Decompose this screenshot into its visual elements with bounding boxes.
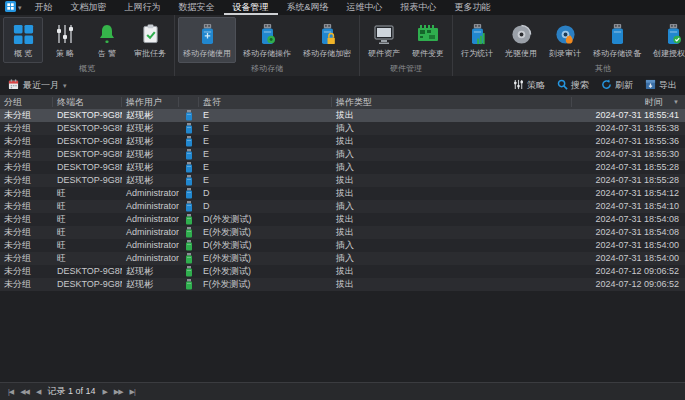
cell-time: 2024-07-31 18:55:41 [572,109,685,122]
pager-last-button[interactable]: ▶| [130,388,135,396]
cell-action: 插入 [332,200,572,213]
cell-terminal: 旺 [53,226,122,239]
menu-item-7[interactable]: 报表中心 [392,0,446,15]
cell-group: 未分组 [0,200,53,213]
menu-item-3[interactable]: 数据安全 [170,0,224,15]
cell-user: 赵现彬 [122,135,179,148]
table-row[interactable]: 未分组旺AdministratorD插入2024-07-31 18:54:10 [0,200,685,213]
pager-first-button[interactable]: |◀ [8,388,13,396]
pager-next-fast-button[interactable]: ▶▶ [114,388,123,396]
device-management-console: ▾ 开始文档加密上网行为数据安全设备管理系统&网络运维中心报表中心更多功能 概 … [0,0,685,400]
usb-use-icon [200,20,215,48]
cell-drive: E [199,148,332,161]
date-range-label: 最近一月 [23,79,59,92]
pager-prev-fast-button[interactable]: ◀◀ [20,388,29,396]
cell-time: 2024-07-31 18:54:08 [572,226,685,239]
table-row[interactable]: 未分组旺AdministratorD拔出2024-07-31 18:54:12 [0,187,685,200]
ribbon-item-usb-stats[interactable]: 行为统计 [456,17,498,63]
logo-dropdown-caret-icon: ▾ [18,4,22,12]
refresh-icon [601,79,612,92]
menu-item-8[interactable]: 更多功能 [446,0,500,15]
cell-time: 2024-07-31 18:54:00 [572,252,685,265]
table-row[interactable]: 未分组旺AdministratorD(外发测试)拔出2024-07-31 18:… [0,213,685,226]
column-header-4[interactable]: 盘符 [199,97,332,107]
ribbon-item-alert-bell[interactable]: 告 警 [87,17,127,63]
column-header-label: 时间 [645,97,663,107]
table-row[interactable]: 未分组DESKTOP-9G8NAB0赵现彬E插入2024-07-31 18:55… [0,148,685,161]
drive-blue-icon [179,109,199,122]
column-header-5[interactable]: 操作类型 [332,97,572,107]
sort-desc-icon[interactable]: ▼ [673,97,679,107]
app-logo-icon[interactable]: ▾ [5,1,22,14]
pager-next-button[interactable]: ▶ [102,388,106,396]
export-button[interactable]: 导出 [645,79,677,92]
cell-group: 未分组 [0,174,53,187]
cell-action: 插入 [332,161,572,174]
column-header-3[interactable] [179,97,199,107]
drive-green-icon [179,213,199,226]
cell-time: 2024-07-12 09:06:52 [572,265,685,278]
table-row[interactable]: 未分组DESKTOP-9G8NAB0赵现彬E插入2024-07-31 18:55… [0,161,685,174]
pager-prev-button[interactable]: ◀ [36,388,40,396]
table-row[interactable]: 未分组DESKTOP-9G8NAB0赵现彬E拔出2024-07-31 18:55… [0,135,685,148]
cell-group: 未分组 [0,135,53,148]
table-row[interactable]: 未分组旺AdministratorD(外发测试)插入2024-07-31 18:… [0,239,685,252]
menu-item-4[interactable]: 设备管理 [224,0,278,15]
cell-drive: E [199,135,332,148]
ribbon-item-usb-authorize[interactable]: 创建授权盘 [648,17,685,63]
ribbon-group-1: 移动存储使用移动存储操作移动存储加密移动存储 [175,15,360,76]
table-row[interactable]: 未分组DESKTOP-9G8NAB0赵现彬E拔出2024-07-31 18:55… [0,174,685,187]
table-row[interactable]: 未分组DESKTOP-9G8NAB0赵现彬F(外发测试)拔出2024-07-12… [0,278,685,291]
export-icon [645,79,656,92]
ribbon-item-optical-disc[interactable]: 光驱使用 [500,17,542,63]
column-header-1[interactable]: 终端名 [53,97,122,107]
refresh-button[interactable]: 刷新 [601,79,633,92]
search-icon [557,79,568,92]
ribbon-item-burn-audit[interactable]: 刻录审计 [544,17,586,63]
drive-blue-icon [179,187,199,200]
ribbon-item-hardware-monitor[interactable]: 硬件资产 [363,17,405,63]
table-row[interactable]: 未分组旺AdministratorE(外发测试)插入2024-07-31 18:… [0,252,685,265]
cell-time: 2024-07-31 18:55:36 [572,135,685,148]
ribbon-item-usb-device[interactable]: 移动存储设备 [588,17,646,63]
table-row[interactable]: 未分组DESKTOP-9G8NAB0赵现彬E拔出2024-07-31 18:55… [0,109,685,122]
policy-sliders-button[interactable]: 策略 [513,79,545,92]
ribbon-item-usb-encrypt[interactable]: 移动存储加密 [298,17,356,63]
cell-user: Administrator [122,213,179,226]
column-header-time[interactable]: 时间▼ [572,97,685,107]
cell-terminal: DESKTOP-9G8NAB0 [53,278,122,291]
date-range-filter[interactable]: 最近一月 ▾ [8,79,67,92]
cell-group: 未分组 [0,265,53,278]
table-row[interactable]: 未分组旺AdministratorE(外发测试)拔出2024-07-31 18:… [0,226,685,239]
ribbon-item-usb-use[interactable]: 移动存储使用 [178,17,236,63]
cell-action: 拔出 [332,109,572,122]
drive-blue-icon [179,135,199,148]
search-button[interactable]: 搜索 [557,79,589,92]
column-header-0[interactable]: 分组 [0,97,53,107]
table-row[interactable]: 未分组DESKTOP-9G8NAB0赵现彬E插入2024-07-31 18:55… [0,122,685,135]
ribbon-item-approval-clipboard[interactable]: 审批任务 [129,17,171,63]
menu-item-0[interactable]: 开始 [26,0,62,15]
hardware-board-icon [416,20,440,48]
menu-item-2[interactable]: 上网行为 [116,0,170,15]
ribbon-group-2: 硬件资产硬件变更硬件管理 [360,15,453,76]
cell-time: 2024-07-31 18:54:10 [572,200,685,213]
drive-green-icon [179,278,199,291]
cell-user: Administrator [122,226,179,239]
cell-user: 赵现彬 [122,122,179,135]
ribbon-item-hardware-board[interactable]: 硬件变更 [407,17,449,63]
ribbon-group-items-2: 硬件资产硬件变更 [363,17,449,63]
menu-item-1[interactable]: 文档加密 [62,0,116,15]
usb-stats-icon [470,20,485,48]
menu-item-6[interactable]: 运维中心 [338,0,392,15]
ribbon-item-policy-sliders-large[interactable]: 策 略 [45,17,85,63]
ribbon-item-label: 策 略 [56,48,74,59]
column-header-2[interactable]: 操作用户 [122,97,179,107]
ribbon-item-overview-grid[interactable]: 概 览 [3,17,43,63]
table-row[interactable]: 未分组DESKTOP-9G8NAB0赵现彬E(外发测试)拔出2024-07-12… [0,265,685,278]
cell-terminal: DESKTOP-9G8NAB0 [53,174,122,187]
cell-drive: E [199,161,332,174]
menu-item-5[interactable]: 系统&网络 [278,0,338,15]
ribbon-item-usb-operate[interactable]: 移动存储操作 [238,17,296,63]
menu-items: 开始文档加密上网行为数据安全设备管理系统&网络运维中心报表中心更多功能 [26,0,500,15]
